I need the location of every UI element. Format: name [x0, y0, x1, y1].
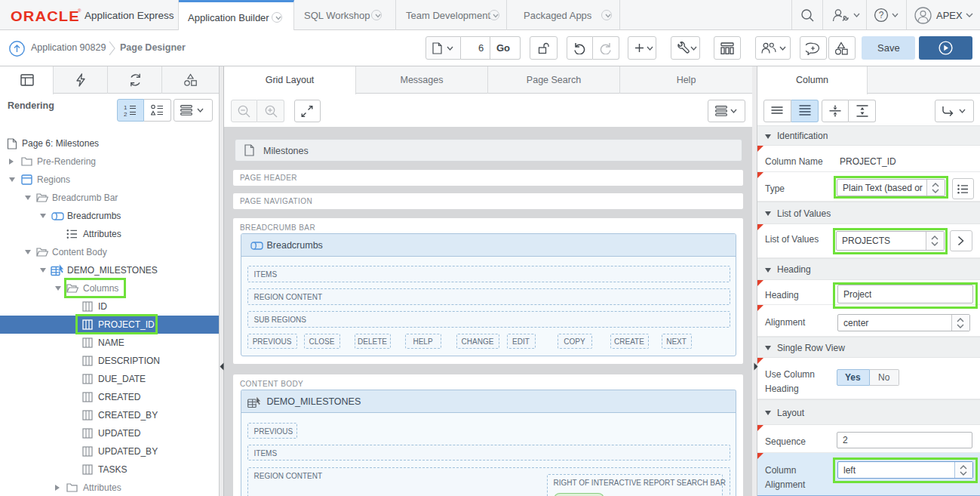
svg-text:2: 2: [124, 111, 127, 117]
svg-text:?: ?: [879, 10, 884, 20]
